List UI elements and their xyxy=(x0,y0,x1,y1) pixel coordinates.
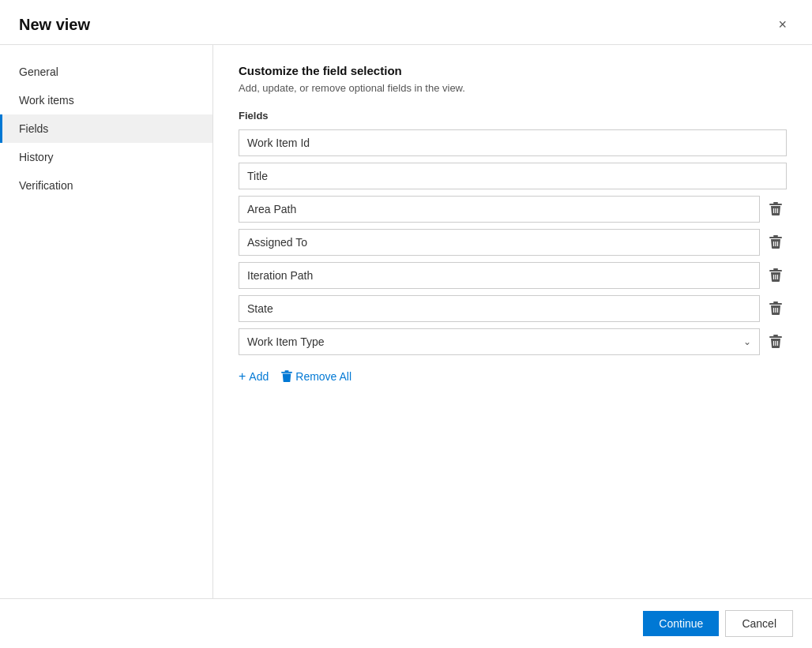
svg-rect-25 xyxy=(285,370,289,372)
section-title: Customize the field selection xyxy=(239,64,787,77)
field-row-area-path xyxy=(239,196,787,223)
sidebar-item-label: History xyxy=(19,151,54,163)
section-desc: Add, update, or remove optional fields i… xyxy=(239,82,787,94)
svg-rect-20 xyxy=(773,335,778,336)
sidebar-item-label: General xyxy=(19,66,58,78)
svg-rect-1 xyxy=(769,204,782,205)
cancel-button[interactable]: Cancel xyxy=(725,610,793,637)
svg-rect-11 xyxy=(769,270,782,272)
dialog-footer: Continue Cancel xyxy=(0,598,812,648)
delete-work-item-type-button[interactable] xyxy=(765,331,787,352)
sidebar-item-verification[interactable]: Verification xyxy=(0,171,212,200)
sidebar-item-label: Work items xyxy=(19,94,74,107)
svg-rect-21 xyxy=(769,336,782,338)
add-label: Add xyxy=(249,370,269,383)
field-row-work-item-id xyxy=(239,129,787,156)
field-input-iteration-path[interactable] xyxy=(239,262,760,289)
sidebar-item-work-items[interactable]: Work items xyxy=(0,86,212,114)
svg-rect-6 xyxy=(769,237,782,238)
field-input-area-path[interactable] xyxy=(239,196,760,223)
svg-rect-0 xyxy=(773,202,778,204)
trash-icon xyxy=(769,268,782,283)
close-button[interactable]: × xyxy=(772,14,793,35)
field-row-assigned-to xyxy=(239,229,787,256)
dialog-body: General Work items Fields History Verifi… xyxy=(0,45,812,598)
trash-icon xyxy=(769,235,782,249)
field-row-work-item-type: Work Item Type ⌄ xyxy=(239,328,787,355)
svg-rect-26 xyxy=(281,372,292,373)
delete-iteration-path-button[interactable] xyxy=(765,265,787,286)
delete-assigned-to-button[interactable] xyxy=(765,232,787,253)
field-select-text: Work Item Type xyxy=(247,335,743,348)
svg-rect-16 xyxy=(769,303,782,305)
fields-label: Fields xyxy=(239,110,787,122)
sidebar-item-fields[interactable]: Fields xyxy=(0,114,212,143)
delete-state-button[interactable] xyxy=(765,298,787,319)
trash-icon xyxy=(769,302,782,316)
actions-row: + Add Remove All xyxy=(239,366,787,387)
add-field-button[interactable]: + Add xyxy=(239,366,269,387)
remove-all-button[interactable]: Remove All xyxy=(281,367,351,386)
field-row-iteration-path xyxy=(239,262,787,289)
field-row-title xyxy=(239,163,787,189)
main-content: Customize the field selection Add, updat… xyxy=(213,45,812,598)
trash-icon-small xyxy=(281,370,292,383)
delete-area-path-button[interactable] xyxy=(765,199,787,219)
dialog-header: New view × xyxy=(0,0,812,45)
remove-all-label: Remove All xyxy=(295,370,351,383)
sidebar-item-general[interactable]: General xyxy=(0,58,212,86)
trash-icon xyxy=(769,335,782,349)
svg-rect-15 xyxy=(773,302,778,303)
svg-rect-5 xyxy=(773,235,778,237)
plus-icon: + xyxy=(239,369,246,384)
sidebar-item-label: Verification xyxy=(19,179,73,192)
svg-rect-10 xyxy=(773,268,778,270)
field-row-state xyxy=(239,295,787,322)
field-input-work-item-id[interactable] xyxy=(239,129,787,156)
sidebar-item-label: Fields xyxy=(19,122,48,135)
dialog-title: New view xyxy=(19,16,90,34)
trash-icon xyxy=(769,202,782,216)
field-input-state[interactable] xyxy=(239,295,760,322)
sidebar: General Work items Fields History Verifi… xyxy=(0,45,213,598)
dialog: New view × General Work items Fields His… xyxy=(0,0,812,648)
field-select-work-item-type[interactable]: Work Item Type ⌄ xyxy=(239,328,760,355)
field-input-assigned-to[interactable] xyxy=(239,229,760,256)
sidebar-item-history[interactable]: History xyxy=(0,143,212,171)
chevron-down-icon: ⌄ xyxy=(743,336,751,347)
field-input-title[interactable] xyxy=(239,163,787,189)
continue-button[interactable]: Continue xyxy=(643,611,719,636)
